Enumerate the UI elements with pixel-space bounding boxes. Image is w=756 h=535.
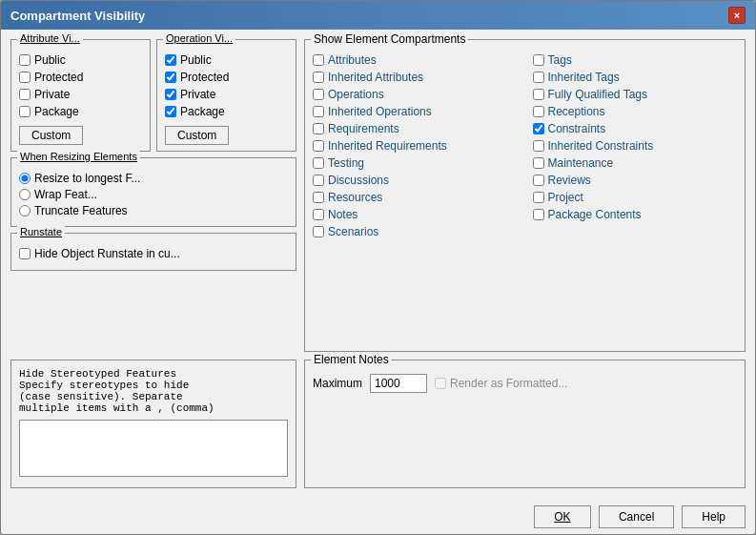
help-button[interactable]: Help [682,505,746,528]
comp-fully-qualified-tags-label: Fully Qualified Tags [548,88,648,101]
hide-stereotyped-textarea[interactable] [19,420,288,477]
runstate-label: Hide Object Runstate in cu... [34,247,180,260]
truncate-radio[interactable] [19,205,31,216]
comp-inherited-requirements: Inherited Requirements [313,139,518,153]
op-protected-checkbox[interactable] [165,72,176,83]
comp-inherited-constraints-checkbox[interactable] [533,140,544,152]
hide-stereotyped-group: Hide Stereotyped Features Specify stereo… [10,360,296,488]
comp-fully-qualified-tags-checkbox[interactable] [533,89,544,100]
op-private-checkbox[interactable] [165,89,176,100]
comp-testing-label: Testing [328,156,364,170]
comp-resources: Resources [313,191,518,204]
comp-attributes-label: Attributes [328,53,377,67]
op-public-checkbox[interactable] [165,54,176,66]
comp-requirements: Requirements [313,122,518,135]
comp-package-contents-checkbox[interactable] [533,209,544,220]
attribute-visibility-items: Public Protected Private [19,53,142,118]
comp-reviews-checkbox[interactable] [533,175,544,186]
title-bar: Compartment Visibility × [1,1,755,30]
comp-inherited-operations-checkbox[interactable] [313,106,324,117]
comp-requirements-checkbox[interactable] [313,123,324,134]
comp-inherited-attributes-checkbox[interactable] [313,72,324,83]
op-public-item: Public [165,53,288,67]
compartment-visibility-dialog: Compartment Visibility × Attribute Vi...… [0,0,756,535]
attr-private-checkbox[interactable] [19,89,31,100]
comp-discussions-checkbox[interactable] [313,175,324,186]
close-button[interactable]: × [728,7,746,24]
comp-inherited-operations-label: Inherited Operations [328,105,432,118]
attr-protected-checkbox[interactable] [19,72,31,83]
comp-notes: Notes [313,208,518,221]
comp-scenarios-checkbox[interactable] [313,226,324,237]
comp-tags-checkbox[interactable] [533,54,544,66]
attribute-visibility-title: Attribute Vi... [17,32,83,44]
comp-inherited-tags-checkbox[interactable] [533,72,544,83]
resizing-options: Resize to longest F... Wrap Feat... Trun… [19,172,288,217]
comp-package-contents-label: Package Contents [548,208,642,221]
maximum-label: Maximum [313,377,362,390]
comp-maintenance: Maintenance [533,156,738,170]
bottom-section: Hide Stereotyped Features Specify stereo… [10,360,746,488]
render-checkbox-container: Render as Formatted... [435,377,567,390]
comp-inherited-tags: Inherited Tags [533,71,738,84]
comp-operations-checkbox[interactable] [313,89,324,100]
render-formatted-label: Render as Formatted... [450,377,567,390]
op-protected-label: Protected [180,71,229,84]
op-custom-button[interactable]: Custom [165,126,229,145]
comp-reviews: Reviews [533,174,738,187]
comp-inherited-operations: Inherited Operations [313,105,518,118]
op-protected-item: Protected [165,71,288,84]
wrap-feat-label: Wrap Feat... [34,188,97,201]
cancel-button[interactable]: Cancel [599,505,674,528]
attr-package-checkbox[interactable] [19,106,31,117]
resize-longest-radio[interactable] [19,173,31,184]
comp-receptions: Receptions [533,105,738,118]
comp-constraints-checkbox[interactable] [533,123,544,134]
attr-private-item: Private [19,88,142,101]
resizing-title: When Resizing Elements [17,151,140,162]
attribute-visibility-group: Attribute Vi... Public Protected [10,39,151,152]
comp-package-contents: Package Contents [533,208,738,221]
top-section: Attribute Vi... Public Protected [10,39,746,352]
op-private-item: Private [165,88,288,101]
op-package-label: Package [180,105,225,118]
hide-stereotyped-description: Hide Stereotyped Features Specify stereo… [19,368,288,414]
comp-notes-checkbox[interactable] [313,209,324,220]
comp-inherited-constraints-label: Inherited Constraints [548,139,654,153]
comp-fully-qualified-tags: Fully Qualified Tags [533,88,738,101]
attr-op-row: Attribute Vi... Public Protected [10,39,296,152]
attr-public-item: Public [19,53,142,67]
runstate-checkbox[interactable] [19,248,31,259]
render-formatted-checkbox[interactable] [435,378,446,389]
op-package-checkbox[interactable] [165,106,176,117]
compartments-left-col: Attributes Inherited Attributes Operatio… [313,53,518,242]
comp-receptions-checkbox[interactable] [533,106,544,117]
attr-custom-button[interactable]: Custom [19,126,83,145]
comp-discussions-label: Discussions [328,174,389,187]
maximum-input[interactable] [370,374,427,393]
attr-public-checkbox[interactable] [19,54,31,66]
truncate-label: Truncate Features [34,204,128,217]
comp-tags-label: Tags [548,53,572,67]
compartments-title: Show Element Compartments [311,32,468,46]
comp-project: Project [533,191,738,204]
runstate-item: Hide Object Runstate in cu... [19,247,288,260]
ok-button[interactable]: OK [534,505,591,528]
comp-requirements-label: Requirements [328,122,399,135]
comp-attributes-checkbox[interactable] [313,54,324,66]
comp-inherited-requirements-checkbox[interactable] [313,140,324,152]
comp-resources-checkbox[interactable] [313,192,324,203]
wrap-feat-radio[interactable] [19,189,31,200]
resize-longest-item: Resize to longest F... [19,172,288,185]
runstate-group: Runstate Hide Object Runstate in cu... [10,233,296,271]
operation-visibility-items: Public Protected Private [165,53,288,118]
comp-discussions: Discussions [313,174,518,187]
comp-project-checkbox[interactable] [533,192,544,203]
comp-maintenance-checkbox[interactable] [533,157,544,169]
attr-protected-label: Protected [34,71,83,84]
notes-row: Maximum Render as Formatted... [313,374,737,393]
operation-visibility-title: Operation Vi... [163,32,235,44]
comp-testing: Testing [313,156,518,170]
operation-visibility-group: Operation Vi... Public Protected [156,39,296,152]
comp-testing-checkbox[interactable] [313,157,324,169]
